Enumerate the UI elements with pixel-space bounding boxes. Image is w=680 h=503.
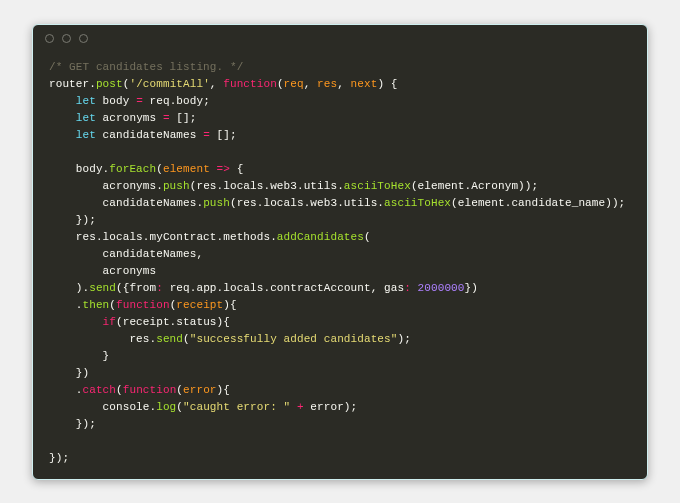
tok: res — [317, 78, 337, 90]
tok — [49, 112, 76, 124]
tok: (element.Acronym)); — [411, 180, 538, 192]
tok: . — [49, 299, 83, 311]
tok: acronyms. — [49, 180, 163, 192]
tok: catch — [83, 384, 117, 396]
tok: []; — [170, 112, 197, 124]
tok: function — [223, 78, 277, 90]
tok: push — [203, 197, 230, 209]
tok: acronyms — [96, 112, 163, 124]
tok: ). — [49, 282, 89, 294]
tok: asciiToHex — [344, 180, 411, 192]
tok: ){ — [217, 384, 230, 396]
tok: ) { — [377, 78, 397, 90]
tok: []; — [210, 129, 237, 141]
tok: receipt — [176, 299, 223, 311]
tok: ); — [397, 333, 410, 345]
tok — [411, 282, 418, 294]
tok: req.app.locals.contractAccount, gas — [163, 282, 404, 294]
tok: + — [297, 401, 304, 413]
tok: candidateNames — [96, 129, 203, 141]
tok: }); — [49, 418, 96, 430]
tok: , — [210, 78, 223, 90]
tok: function — [116, 299, 170, 311]
tok: body — [96, 95, 136, 107]
tok — [49, 316, 103, 328]
tok: send — [156, 333, 183, 345]
tok: function — [123, 384, 177, 396]
tok: push — [163, 180, 190, 192]
tok: console. — [49, 401, 156, 413]
tok: req.body; — [143, 95, 210, 107]
tok: . — [49, 384, 83, 396]
tok — [290, 401, 297, 413]
tok: ({from — [116, 282, 156, 294]
tok: , — [304, 78, 317, 90]
tok: log — [156, 401, 176, 413]
tok: let — [76, 112, 96, 124]
tok: { — [230, 163, 243, 175]
tok: body. — [49, 163, 109, 175]
tok: ( — [364, 231, 371, 243]
tok: (res.locals.web3.utils. — [190, 180, 344, 192]
tok: ( — [277, 78, 284, 90]
tok: ( — [183, 333, 190, 345]
tok: router — [49, 78, 89, 90]
tok: 2000000 — [418, 282, 465, 294]
code-window: /* GET candidates listing. */ router.pos… — [32, 24, 648, 480]
tok: req — [284, 78, 304, 90]
tok: }) — [49, 367, 89, 379]
tok: let — [76, 129, 96, 141]
tok: = — [163, 112, 170, 124]
tok: , — [337, 78, 350, 90]
tok — [210, 163, 217, 175]
tok: candidateNames. — [49, 197, 203, 209]
tok: res. — [49, 333, 156, 345]
tok: error); — [304, 401, 358, 413]
code-comment: /* GET candidates listing. */ — [49, 61, 243, 73]
tok: }); — [49, 214, 96, 226]
tok: : — [156, 282, 163, 294]
tok: : — [404, 282, 411, 294]
tok: res.locals.myContract.methods. — [49, 231, 277, 243]
tok: acronyms — [49, 265, 156, 277]
tok: ){ — [223, 299, 236, 311]
tok — [49, 95, 76, 107]
tok: (element.candidate_name)); — [451, 197, 625, 209]
traffic-light-close-icon[interactable] — [45, 34, 54, 43]
tok: = — [203, 129, 210, 141]
tok: "caught error: " — [183, 401, 290, 413]
tok: ( — [116, 384, 123, 396]
tok: . — [89, 78, 96, 90]
tok: "successfully added candidates" — [190, 333, 398, 345]
tok: }); — [49, 452, 69, 464]
traffic-light-minimize-icon[interactable] — [62, 34, 71, 43]
tok: if — [103, 316, 116, 328]
tok: error — [183, 384, 217, 396]
tok: (receipt.status){ — [116, 316, 230, 328]
traffic-light-zoom-icon[interactable] — [79, 34, 88, 43]
tok: } — [49, 350, 109, 362]
tok: next — [351, 78, 378, 90]
tok: }) — [465, 282, 478, 294]
tok: '/commitAll' — [129, 78, 209, 90]
window-titlebar — [33, 25, 647, 53]
tok: candidateNames, — [49, 248, 203, 260]
tok — [49, 129, 76, 141]
tok: (res.locals.web3.utils. — [230, 197, 384, 209]
tok: asciiToHex — [384, 197, 451, 209]
tok: = — [136, 95, 143, 107]
tok: let — [76, 95, 96, 107]
tok: => — [217, 163, 230, 175]
tok: element — [163, 163, 210, 175]
tok: addCandidates — [277, 231, 364, 243]
tok: ( — [156, 163, 163, 175]
tok: send — [89, 282, 116, 294]
tok: forEach — [109, 163, 156, 175]
code-snippet: /* GET candidates listing. */ router.pos… — [33, 53, 647, 477]
tok: then — [83, 299, 110, 311]
tok: post — [96, 78, 123, 90]
